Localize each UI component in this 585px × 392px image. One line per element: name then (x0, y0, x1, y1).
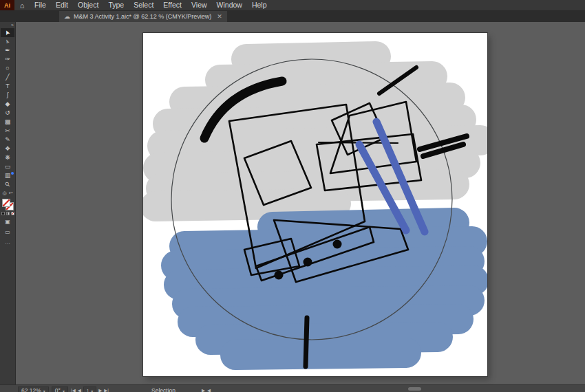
artboard-navigation: |◀ ◀ 1 ▾ ▶ ▶| (71, 386, 109, 392)
current-tool-label: Selection (151, 387, 176, 392)
fill-stroke-indicator[interactable] (2, 199, 14, 210)
column-graph-tool-icon: ▥ (5, 171, 11, 180)
pencil-tool-icon: ✎ (5, 135, 10, 144)
draw-mode-icon[interactable]: ▣ (1, 217, 14, 226)
status-bar-arrows: ▶ ◀ (202, 388, 211, 392)
tool-rotate[interactable]: ↺ (1, 109, 14, 118)
tool-paintbrush[interactable]: ✑ (1, 55, 14, 64)
paintbrush-tool-icon: ✑ (5, 55, 10, 64)
gradient-tool-icon: ▩ (5, 118, 11, 127)
last-artboard-button[interactable]: ▶| (104, 388, 109, 392)
menu-effect[interactable]: Effect (158, 0, 187, 10)
edit-toolbar-icon[interactable]: … (1, 238, 14, 246)
none-button[interactable] (11, 212, 14, 215)
tool-pencil[interactable]: ✎ (1, 135, 14, 144)
rotation-value: 0° (55, 387, 61, 392)
screen-mode-icon[interactable]: ▭ (1, 228, 14, 236)
rotate-tool-icon: ↺ (5, 109, 10, 118)
color-button[interactable] (1, 212, 5, 215)
dot-3[interactable] (275, 271, 284, 280)
tool-ellipse[interactable]: ○ (1, 64, 14, 73)
hook-icon[interactable]: ↩ (9, 190, 13, 196)
scissors-tool-icon: ✂ (5, 127, 10, 135)
gray-blob-stroke[interactable] (161, 184, 454, 188)
tool-curvature[interactable]: ʃ (1, 91, 14, 100)
pasteboard[interactable] (16, 22, 585, 392)
expand-toolbar-icon[interactable]: » (0, 22, 15, 28)
first-artboard-button[interactable]: |◀ (71, 388, 76, 392)
chevron-down-icon: ▾ (63, 389, 65, 392)
blue-blob-stroke[interactable] (179, 281, 474, 285)
curvature-tool-icon: ʃ (7, 91, 8, 100)
tool-scissors[interactable]: ✂ (1, 127, 14, 135)
menu-help[interactable]: Help (247, 0, 272, 10)
app-logo-icon[interactable]: Ai (0, 0, 14, 10)
menu-edit[interactable]: Edit (51, 0, 73, 10)
close-tab-icon[interactable]: ✕ (217, 13, 222, 20)
artboard-tool-icon: ▭ (5, 162, 11, 171)
tab-bar: ☁ M&M 3 Activity 1.aic* @ 62.12 % (CMYK/… (0, 11, 585, 22)
chevron-down-icon: ▾ (91, 389, 93, 392)
dot-2[interactable] (304, 258, 312, 267)
direct-selection-tool-icon: ➢ (3, 37, 13, 45)
menu-object[interactable]: Object (73, 0, 103, 10)
menu-window[interactable]: Window (212, 0, 247, 10)
previous-artboard-button[interactable]: ◀ (78, 388, 81, 392)
artboard-number-field[interactable]: 1 ▾ (83, 386, 97, 392)
rotation-field[interactable]: 0° ▾ (52, 386, 68, 392)
zoom-tool-icon: ⚲ (3, 180, 12, 190)
menu-view[interactable]: View (187, 0, 212, 10)
tool-zoom[interactable]: ⚲ (1, 180, 14, 189)
tool-type[interactable]: T (1, 82, 14, 91)
blue-blob-stroke[interactable] (193, 319, 458, 322)
gray-blob-stroke[interactable] (246, 56, 376, 59)
document-tab[interactable]: ☁ M&M 3 Activity 1.aic* @ 62.12 % (CMYK/… (59, 11, 227, 22)
pen-tool-icon: ✒ (5, 46, 10, 55)
zoom-level-field[interactable]: 62.12% ▾ (18, 386, 49, 392)
chevron-down-icon: ▾ (43, 389, 45, 392)
menu-file[interactable]: File (30, 0, 51, 10)
shape-builder-tool-icon: ❖ (5, 144, 10, 153)
tool-eraser[interactable]: ◆ (1, 100, 14, 109)
fill-swatch-none[interactable] (2, 199, 10, 207)
status-bar: 62.12% ▾ 0° ▾ |◀ ◀ 1 ▾ ▶ ▶| Selection ▶ … (0, 384, 585, 392)
tool-pen[interactable]: ✒ (1, 46, 14, 55)
bottom-vertical-line[interactable] (306, 318, 307, 367)
tool-artboard[interactable]: ▭ (1, 162, 14, 171)
blue-blob-stroke[interactable] (235, 353, 406, 355)
tool-badge (11, 172, 14, 175)
tool-gradient[interactable]: ▩ (1, 118, 14, 127)
line-tool-icon: ╱ (6, 73, 9, 82)
next-artboard-button[interactable]: ▶ (98, 388, 102, 392)
status-arrow-left[interactable]: ◀ (207, 388, 211, 392)
gray-blob-stroke[interactable] (156, 204, 336, 206)
blue-blob-stroke[interactable] (187, 301, 469, 304)
document-title: M&M 3 Activity 1.aic* @ 62.12 % (CMYK/Pr… (74, 13, 211, 20)
tool-shape-builder[interactable]: ❖ (1, 144, 14, 153)
status-arrow-right[interactable]: ▶ (202, 388, 205, 392)
eraser-tool-icon: ◆ (6, 100, 10, 109)
artwork-svg (143, 33, 487, 376)
selection-tool-icon: ➤ (3, 28, 13, 36)
artboard-number: 1 (87, 389, 89, 392)
symbol-sprayer-tool-icon: ❋ (5, 153, 10, 162)
tool-column-graph[interactable]: ▥ (1, 171, 14, 180)
tool-direct-selection[interactable]: ➢ (1, 37, 14, 46)
illustrator-window: Ai ⌂ File Edit Object Type Select Effect… (0, 0, 585, 392)
cloud-icon: ☁ (64, 13, 70, 20)
menu-select[interactable]: Select (129, 0, 158, 10)
home-icon[interactable]: ⌂ (14, 0, 30, 10)
tool-symbol-sprayer[interactable]: ❋ (1, 153, 14, 162)
toolbar-extras: ◎ ↩ (3, 189, 13, 197)
horizontal-scrollbar-thumb[interactable] (408, 387, 421, 391)
menu-bar: Ai ⌂ File Edit Object Type Select Effect… (0, 0, 585, 11)
blue-blob-stroke[interactable] (176, 261, 469, 265)
artboard[interactable] (143, 33, 487, 376)
color-mode-row (1, 212, 14, 215)
target-icon[interactable]: ◎ (3, 190, 7, 196)
gradient-button[interactable] (6, 212, 10, 215)
tool-line-segment[interactable]: ╱ (1, 73, 14, 82)
menu-type[interactable]: Type (103, 0, 129, 10)
dot-1[interactable] (333, 240, 342, 249)
tool-selection[interactable]: ➤ (1, 28, 14, 37)
